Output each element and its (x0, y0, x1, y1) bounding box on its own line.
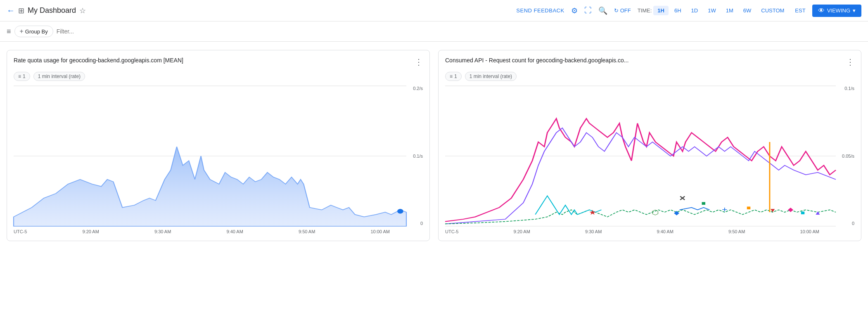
timezone-button[interactable]: EST (795, 7, 805, 14)
chart-title-2: Consumed API - Request count for geocodi… (445, 57, 846, 64)
dashboard-icon: ⊞ (18, 6, 24, 15)
auto-refresh-label: OFF (620, 7, 631, 14)
svg-text:⬡: ⬡ (652, 208, 659, 216)
svg-text:▲: ▲ (814, 210, 821, 216)
card-menu-1[interactable]: ⋮ (415, 57, 423, 67)
time-custom-button[interactable]: CUSTOM (757, 6, 788, 15)
eye-icon: 👁 (818, 7, 825, 14)
card-filters-2: ≡ 1 1 min interval (rate) (445, 72, 854, 81)
interval-chip-2[interactable]: 1 min interval (rate) (465, 72, 517, 81)
chart-svg-2: ★ ✕ ⬡ ◆ ■ + ■ ▼ (445, 86, 836, 226)
header: ← ⊞ My Dashboard ☆ SEND FEEDBACK ⚙ ⛶ 🔍 ↻… (0, 0, 868, 21)
refresh-icon: ↻ (614, 7, 619, 14)
time-6h-button[interactable]: 6H (670, 6, 685, 15)
time-1h-button[interactable]: 1H (653, 6, 669, 15)
header-center: SEND FEEDBACK ⚙ ⛶ 🔍 ↻ OFF TIME: 1H 6H 1D… (516, 5, 861, 17)
time-1w-button[interactable]: 1W (704, 6, 720, 15)
x-axis-1: UTC-5 9:20 AM 9:30 AM 9:40 AM 9:50 AM 10… (14, 229, 406, 234)
filter-chip-2[interactable]: ≡ 1 (445, 72, 462, 81)
svg-text:+: + (722, 205, 728, 213)
interval-chip-1[interactable]: 1 min interval (rate) (33, 72, 85, 81)
svg-text:■: ■ (702, 200, 706, 206)
viewing-label: VIEWING (827, 7, 850, 14)
x-axis-2: UTC-5 9:20 AM 9:30 AM 9:40 AM 9:50 AM 10… (445, 229, 836, 234)
viewing-button[interactable]: 👁 VIEWING ▾ (812, 5, 861, 17)
header-icons: ⚙ ⛶ 🔍 (571, 6, 607, 15)
time-1d-button[interactable]: 1D (687, 6, 702, 15)
filter-count-1: 1 (23, 73, 26, 79)
svg-text:▼: ▼ (769, 207, 776, 213)
filter-input[interactable] (57, 28, 861, 35)
group-by-button[interactable]: + Group By (14, 26, 53, 37)
time-section: TIME: 1H 6H 1D 1W 1M 6W CUSTOM (638, 6, 789, 15)
auto-refresh-toggle[interactable]: ↻ OFF (614, 7, 631, 14)
card-header-1: Rate quota usage for geocoding-backend.g… (14, 57, 423, 67)
y-axis-2: 0.1/s 0.05/s 0 (836, 86, 854, 234)
filter-count-2: 1 (454, 73, 457, 79)
settings-icon[interactable]: ⚙ (571, 6, 578, 15)
toolbar: ≡ + Group By (0, 21, 868, 42)
chart-card-1: Rate quota usage for geocoding-backend.g… (7, 50, 430, 241)
chevron-down-icon: ▾ (853, 7, 856, 14)
time-label: TIME: (638, 7, 652, 14)
filter-icon-2: ≡ (450, 73, 453, 79)
header-left: ← ⊞ My Dashboard ☆ (7, 6, 513, 15)
svg-text:◆: ◆ (674, 210, 680, 216)
filter-menu-icon[interactable]: ≡ (7, 27, 11, 36)
search-icon[interactable]: 🔍 (598, 6, 607, 15)
time-1m-button[interactable]: 1M (722, 6, 738, 15)
filter-chip-1[interactable]: ≡ 1 (14, 72, 30, 81)
card-header-2: Consumed API - Request count for geocodi… (445, 57, 854, 67)
group-by-label: Group By (25, 28, 48, 35)
svg-text:★: ★ (589, 208, 596, 216)
filter-icon-1: ≡ (18, 73, 21, 79)
plus-icon: + (20, 28, 24, 35)
star-icon[interactable]: ☆ (79, 6, 86, 15)
send-feedback-button[interactable]: SEND FEEDBACK (516, 7, 564, 14)
card-filters-1: ≡ 1 1 min interval (rate) (14, 72, 423, 81)
page-title: My Dashboard (28, 6, 76, 15)
chart-area-1: UTC-5 9:20 AM 9:30 AM 9:40 AM 9:50 AM 10… (14, 86, 423, 234)
chart-card-2: Consumed API - Request count for geocodi… (438, 50, 861, 241)
card-menu-2[interactable]: ⋮ (846, 57, 854, 67)
interval-label-2: 1 min interval (rate) (470, 73, 512, 79)
svg-text:■: ■ (801, 210, 805, 216)
svg-text:✕: ✕ (679, 194, 686, 202)
back-button[interactable]: ← (7, 6, 15, 15)
svg-text:■: ■ (747, 205, 751, 211)
chart-area-2: ★ ✕ ⬡ ◆ ■ + ■ ▼ (445, 86, 854, 234)
svg-text:◆: ◆ (788, 206, 794, 213)
chart-svg-1 (14, 86, 406, 226)
interval-label-1: 1 min interval (rate) (38, 73, 81, 79)
svg-point-3 (397, 209, 403, 213)
y-axis-1: 0.2/s 0.1/s 0 (406, 86, 423, 234)
chart-title-1: Rate quota usage for geocoding-backend.g… (14, 57, 415, 64)
time-6w-button[interactable]: 6W (739, 6, 756, 15)
main-content: Rate quota usage for geocoding-backend.g… (0, 42, 868, 249)
fullscreen-icon[interactable]: ⛶ (584, 6, 592, 15)
